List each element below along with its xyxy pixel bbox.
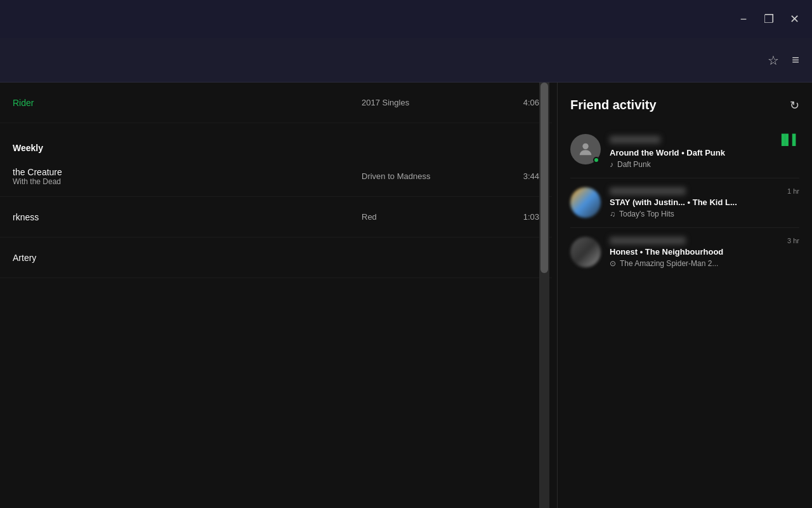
friend-details: 3 hr Honest • The Neighbourhood ⊙ The Am… xyxy=(610,237,799,268)
track-album: Driven to Madness xyxy=(362,171,501,181)
friend-activity-title: Friend activity xyxy=(570,98,657,112)
track-album: Red xyxy=(362,212,501,222)
track-artist: With the Dead xyxy=(13,177,362,186)
track-duration: 4:06 xyxy=(501,98,539,107)
friend-context: ⊙ The Amazing Spider-Man 2... xyxy=(610,259,799,268)
friend-details: ▐▌▌ Around the World • Daft Punk ♪ Daft … xyxy=(610,134,799,169)
friend-context: ♪ Daft Punk xyxy=(610,160,799,169)
track-row[interactable]: the Creature With the Dead Driven to Mad… xyxy=(0,156,552,197)
online-indicator xyxy=(593,157,599,163)
now-playing-bars-icon: ▐▌▌ xyxy=(778,134,799,145)
friend-item-3[interactable]: 3 hr Honest • The Neighbourhood ⊙ The Am… xyxy=(558,228,812,277)
minimize-button[interactable]: − xyxy=(736,11,751,27)
scrollbar-thumb[interactable] xyxy=(540,83,548,273)
friend-avatar-wrapper xyxy=(570,187,601,218)
track-info: Artery xyxy=(13,253,362,263)
friend-context: ♫ Today's Top Hits xyxy=(610,210,799,218)
friend-item-1[interactable]: ▐▌▌ Around the World • Daft Punk ♪ Daft … xyxy=(558,125,812,178)
track-duration: 1:03 xyxy=(501,212,539,222)
scrollbar[interactable] xyxy=(539,83,549,508)
time-ago: 1 hr xyxy=(787,187,799,195)
main-content: Rider 2017 Singles 4:06 Weekly the Creat… xyxy=(0,83,552,508)
track-row[interactable]: rkness Red 1:03 xyxy=(0,197,552,237)
friend-name-row: 1 hr xyxy=(610,187,799,195)
friend-sidebar: Friend activity ↻ ▐▌▌ Around the World •… xyxy=(557,83,812,508)
maximize-button[interactable]: ❐ xyxy=(761,11,776,27)
track-duration: 3:44 xyxy=(501,171,539,181)
friend-details: 1 hr STAY (with Justin... • The Kid L...… xyxy=(610,187,799,218)
friend-context-label: Today's Top Hits xyxy=(619,210,674,218)
friend-name-blurred xyxy=(610,237,686,244)
svg-point-0 xyxy=(582,144,588,149)
friend-name-row: 3 hr xyxy=(610,237,799,244)
refresh-icon[interactable]: ↻ xyxy=(790,98,799,112)
track-row[interactable]: Artery xyxy=(0,237,552,278)
track-album: 2017 Singles xyxy=(362,98,501,107)
movie-icon: ⊙ xyxy=(610,259,616,268)
friend-name-row: ▐▌▌ xyxy=(610,134,799,145)
friend-context-label: The Amazing Spider-Man 2... xyxy=(620,259,718,268)
friend-name-blurred xyxy=(610,187,686,195)
track-name: rkness xyxy=(13,212,362,222)
artist-icon: ♪ xyxy=(610,160,613,169)
friend-avatar-wrapper xyxy=(570,134,601,164)
friend-avatar xyxy=(570,187,601,218)
friend-activity-header: Friend activity ↻ xyxy=(558,83,812,125)
time-ago: 3 hr xyxy=(787,237,799,244)
track-name: Artery xyxy=(13,253,362,263)
favorite-icon[interactable]: ☆ xyxy=(768,53,779,68)
person-avatar-icon xyxy=(577,140,594,158)
friend-item-2[interactable]: 1 hr STAY (with Justin... • The Kid L...… xyxy=(558,178,812,227)
friend-avatar xyxy=(570,237,601,267)
toolbar: ☆ ≡ xyxy=(0,38,812,83)
friend-track: Around the World • Daft Punk xyxy=(610,148,799,157)
playlist-icon: ♫ xyxy=(610,210,615,218)
track-name: Rider xyxy=(13,98,362,108)
friend-track: Honest • The Neighbourhood xyxy=(610,247,799,257)
friend-name-blurred xyxy=(610,136,660,144)
track-name: the Creature xyxy=(13,167,362,177)
track-info: Rider xyxy=(13,98,362,108)
friend-track: STAY (with Justin... • The Kid L... xyxy=(610,197,799,207)
track-info: rkness xyxy=(13,212,362,222)
friend-avatar-wrapper xyxy=(570,237,601,267)
title-bar: − ❐ ✕ xyxy=(0,0,812,38)
friend-context-label: Daft Punk xyxy=(617,160,651,169)
track-row[interactable]: Rider 2017 Singles 4:06 xyxy=(0,83,552,123)
menu-icon[interactable]: ≡ xyxy=(792,53,799,67)
close-button[interactable]: ✕ xyxy=(787,11,802,27)
track-info: the Creature With the Dead xyxy=(13,167,362,186)
section-weekly: Weekly xyxy=(13,143,43,153)
